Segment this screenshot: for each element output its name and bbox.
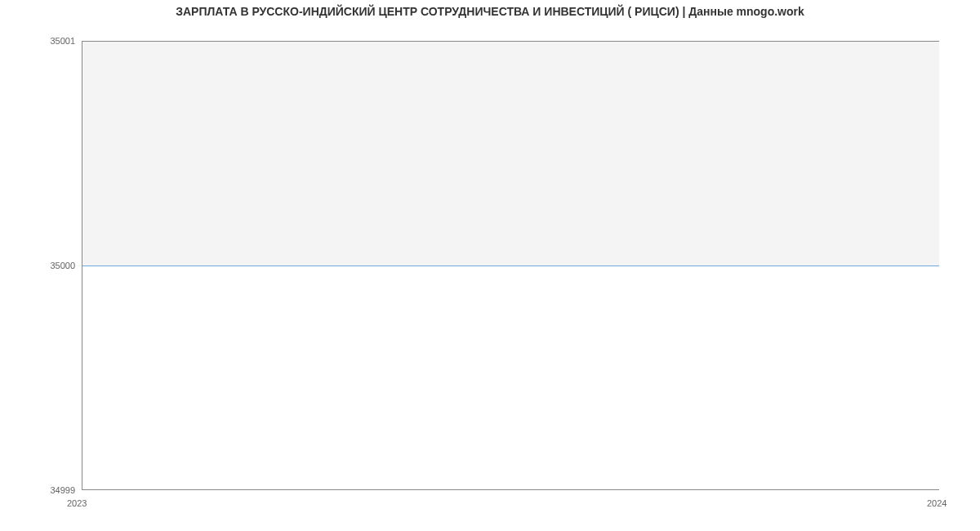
area-fill <box>82 41 939 266</box>
plot-area <box>82 41 939 490</box>
x-tick-left: 2023 <box>67 498 87 508</box>
data-line <box>82 266 939 266</box>
grid-top-line <box>82 41 939 42</box>
y-tick-top: 35001 <box>50 36 75 46</box>
x-tick-right: 2024 <box>927 498 947 508</box>
y-tick-mid: 35000 <box>50 261 75 270</box>
chart-title: ЗАРПЛАТА В РУССКО-ИНДИЙСКИЙ ЦЕНТР СОТРУД… <box>0 5 980 18</box>
y-tick-bot: 34999 <box>50 485 75 495</box>
